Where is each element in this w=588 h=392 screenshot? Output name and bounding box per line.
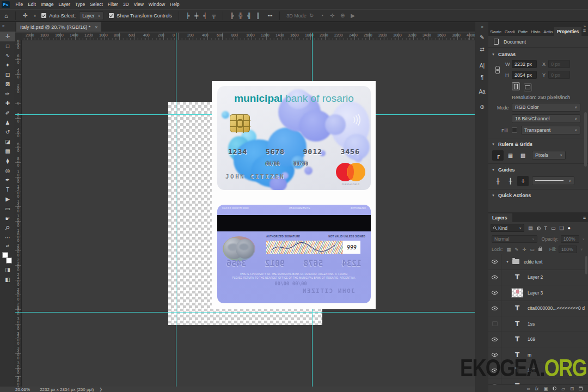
- blend-mode-dropdown[interactable]: Normal∨: [492, 235, 537, 243]
- menu-type[interactable]: Type: [72, 2, 87, 7]
- lock-all-icon[interactable]: [538, 248, 542, 251]
- canvas-width-field[interactable]: 2232 px: [512, 60, 537, 68]
- fill-dropdown[interactable]: Transparent∨: [521, 126, 580, 134]
- lock-position-icon[interactable]: ✛: [522, 247, 526, 252]
- layer-visibility-icon[interactable]: [488, 270, 501, 285]
- text-layer-icon[interactable]: T: [511, 320, 523, 328]
- blur-tool[interactable]: ⧫: [0, 156, 15, 166]
- auto-select-target-dropdown[interactable]: Layer∨: [79, 11, 103, 20]
- distribute-center-icon[interactable]: ╬: [236, 13, 245, 19]
- layer-thumbnail[interactable]: [511, 288, 523, 298]
- layer-visibility-off[interactable]: [488, 316, 501, 332]
- adjustment-layer-icon[interactable]: [553, 387, 556, 390]
- panel-tab-histo[interactable]: Histo: [529, 28, 542, 36]
- horizontal-ruler[interactable]: 2000180016001400120010008006004002000200…: [22, 33, 475, 40]
- properties-menu-icon[interactable]: ≡: [583, 28, 586, 33]
- menu-filter[interactable]: Filter: [105, 2, 120, 7]
- type-tool[interactable]: T: [0, 185, 15, 195]
- zoom-level[interactable]: 20.66%: [15, 387, 30, 392]
- 3d-pan-icon[interactable]: ✛: [327, 13, 338, 19]
- vertical-ruler[interactable]: 8 0 06 0 04 0 02 0 002 0 04 0 06 0 08 0 …: [15, 40, 22, 387]
- lock-transparency-icon[interactable]: ▦: [506, 247, 511, 252]
- align-left-icon[interactable]: ╞: [183, 13, 192, 19]
- ruler-toggle-icon[interactable]: ┏: [492, 150, 504, 161]
- paragraph-panel-icon[interactable]: ¶: [475, 71, 489, 83]
- horizontal-guide[interactable]: [15, 312, 475, 313]
- menu-view[interactable]: View: [131, 2, 146, 7]
- healing-brush-tool[interactable]: ✚: [0, 99, 15, 108]
- more-tools[interactable]: ⋯: [0, 232, 15, 242]
- layers-scrollbar[interactable]: [585, 256, 587, 274]
- guide-style-dropdown[interactable]: ∨: [532, 176, 574, 185]
- layer-row[interactable]: TLayer 2: [488, 270, 588, 286]
- path-selection-tool[interactable]: ▶: [0, 194, 15, 204]
- text-layer-icon[interactable]: T: [511, 304, 523, 312]
- menu-layer[interactable]: Layer: [56, 2, 72, 7]
- panel-tab-swatc[interactable]: Swatc: [488, 28, 503, 36]
- portrait-orientation-button[interactable]: [512, 82, 520, 90]
- background-color-swatch[interactable]: [6, 258, 12, 264]
- vertical-guide[interactable]: [176, 33, 176, 387]
- lock-artboard-icon[interactable]: ▭: [530, 247, 535, 252]
- guides-toggle-icon[interactable]: ╂: [492, 176, 504, 186]
- fill-checkbox[interactable]: [512, 127, 517, 133]
- color-mode-dropdown[interactable]: RGB Color∨: [512, 103, 580, 112]
- group-expand-icon[interactable]: ▼: [506, 260, 509, 264]
- pixel-layer-filter-icon[interactable]: ▤: [528, 225, 533, 231]
- 3d-orbit-icon[interactable]: ↻: [307, 13, 317, 19]
- object-selection-tool[interactable]: ✦: [0, 60, 15, 70]
- quick-actions-section-header[interactable]: ▼Quick Actions: [488, 191, 588, 200]
- screen-mode-icon[interactable]: ◧: [0, 275, 15, 285]
- layer-name[interactable]: cita0000000...<<<<<<<<0 d: [528, 305, 585, 311]
- properties-scrollbar[interactable]: [584, 112, 587, 167]
- align-top-icon[interactable]: ╤: [210, 13, 218, 19]
- layer-name[interactable]: 169: [528, 336, 535, 342]
- layer-name[interactable]: Layer 2: [528, 274, 543, 280]
- layers-tab[interactable]: Layers: [488, 213, 512, 222]
- rulers-grids-section-header[interactable]: ▼Rulers & Grids: [488, 139, 588, 149]
- new-layer-icon[interactable]: ⊞: [570, 386, 574, 391]
- panel-tab-properties[interactable]: Properties: [554, 27, 581, 36]
- horizontal-guide[interactable]: [15, 114, 212, 115]
- layer-visibility-icon[interactable]: [488, 332, 501, 347]
- swap-colors-icon[interactable]: ⇄: [6, 244, 9, 248]
- distribute-vertical-icon[interactable]: ║: [254, 13, 262, 19]
- 3d-camera-icon[interactable]: ▶: [348, 13, 358, 19]
- grid-toggle-icon[interactable]: ▦: [505, 150, 516, 161]
- ruler-units-dropdown[interactable]: Pixels∨: [532, 151, 566, 160]
- history-brush-tool[interactable]: ↺: [0, 127, 15, 137]
- glyphs-panel-icon[interactable]: Aa: [475, 85, 489, 97]
- foreground-color-swatch[interactable]: [2, 252, 8, 258]
- fill-field[interactable]: 100%: [559, 246, 577, 253]
- menu-image[interactable]: Image: [38, 2, 56, 7]
- vertical-guide[interactable]: [312, 309, 313, 387]
- panel-tab-patte[interactable]: Patte: [516, 28, 529, 36]
- menu-file[interactable]: File: [13, 2, 26, 7]
- panel-tab-gradi[interactable]: Gradi: [503, 28, 517, 36]
- menu-edit[interactable]: Edit: [26, 2, 39, 7]
- 3d-slide-icon[interactable]: ⊕: [338, 13, 348, 19]
- zoom-tool[interactable]: ⚲: [0, 223, 15, 233]
- menu-select[interactable]: Select: [88, 2, 106, 7]
- shape-layer-filter-icon[interactable]: ▭: [551, 225, 556, 231]
- 3d-roll-icon[interactable]: ◔: [317, 13, 327, 19]
- layer-row[interactable]: T1ss: [488, 316, 588, 332]
- distribute-left-icon[interactable]: ╠: [228, 13, 236, 19]
- 3d-panel-icon[interactable]: ⊕: [475, 101, 489, 113]
- smart-object-filter-icon[interactable]: ❏: [560, 225, 564, 231]
- move-tool-icon[interactable]: ✛: [23, 12, 28, 19]
- layer-mask-icon[interactable]: ▣: [543, 386, 548, 391]
- adjustment-layer-filter-icon[interactable]: [537, 226, 541, 230]
- document-canvas-area[interactable]: municipal bank of rosario 12345678901234…: [15, 32, 475, 387]
- align-center-icon[interactable]: ╪: [192, 13, 201, 19]
- tab-close-icon[interactable]: ×: [95, 24, 97, 30]
- lock-pixels-icon[interactable]: ✎: [514, 247, 518, 252]
- lock-guides-icon[interactable]: ╂: [505, 176, 516, 186]
- link-layers-icon[interactable]: ∞: [527, 386, 530, 391]
- layer-visibility-icon[interactable]: [488, 254, 501, 270]
- bit-depth-dropdown[interactable]: 16 Bits/Channel∨: [512, 114, 580, 123]
- eraser-tool[interactable]: ◪: [0, 137, 15, 147]
- layer-filter-kind-dropdown[interactable]: Kind ∨: [491, 224, 524, 232]
- filter-toggle-icon[interactable]: ●: [568, 225, 571, 231]
- lasso-tool[interactable]: ∿: [0, 51, 15, 60]
